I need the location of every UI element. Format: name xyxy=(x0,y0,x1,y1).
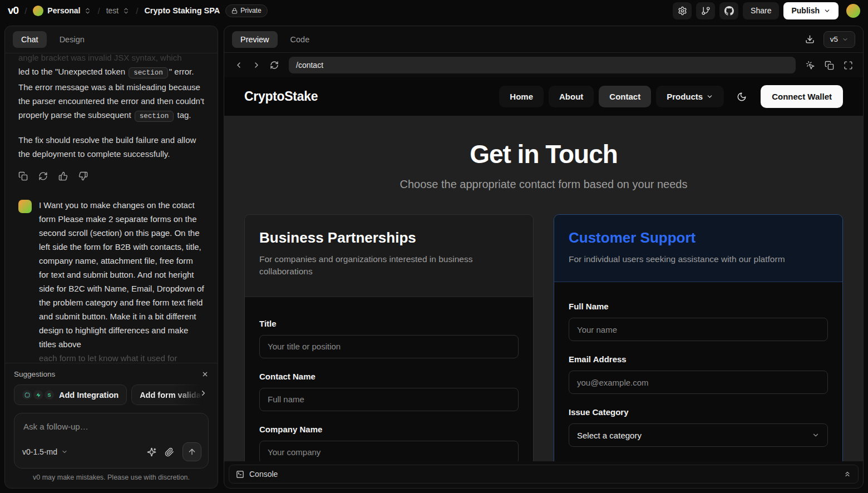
b2c-card-title: Customer Support xyxy=(569,229,828,247)
model-name: v0-1.5-md xyxy=(22,447,57,456)
version-label: v5 xyxy=(830,35,838,43)
nav-contact[interactable]: Contact xyxy=(599,86,651,107)
code-chip: section xyxy=(129,67,168,78)
contact-name-input[interactable] xyxy=(259,388,519,411)
tab-code[interactable]: Code xyxy=(282,31,318,48)
user-message-clipped: each form to let know what it used for xyxy=(39,351,204,363)
preview-tools xyxy=(802,61,856,70)
console-bar[interactable]: Console xyxy=(229,465,859,484)
category-select[interactable]: Select a category xyxy=(569,423,828,447)
project-name: test xyxy=(106,6,119,15)
thumbs-down-icon[interactable] xyxy=(78,171,88,181)
project-switcher[interactable]: test xyxy=(106,6,130,15)
url-input[interactable]: /contact xyxy=(289,57,796,73)
download-icon[interactable] xyxy=(803,32,817,46)
refresh-button[interactable] xyxy=(267,57,282,73)
thumbs-up-icon[interactable] xyxy=(58,171,68,181)
field-label: Your Message xyxy=(569,460,828,461)
version-selector[interactable]: v5 xyxy=(823,31,855,48)
sparkles-icon[interactable] xyxy=(147,447,156,457)
regenerate-icon[interactable] xyxy=(38,171,48,181)
theme-toggle[interactable] xyxy=(737,92,747,102)
user-avatar[interactable] xyxy=(846,4,860,18)
full-name-input[interactable] xyxy=(569,318,828,341)
privacy-label: Private xyxy=(240,7,261,14)
field-label: Full Name xyxy=(569,302,828,311)
bolt-icon xyxy=(33,390,43,400)
user-message-avatar xyxy=(18,200,32,213)
add-form-validation-chip[interactable]: Add form validation xyxy=(131,384,209,405)
send-button[interactable] xyxy=(183,442,201,461)
git-branch-button[interactable] xyxy=(696,2,715,19)
chip-label: Add Integration xyxy=(59,391,119,400)
field-label: Email Address xyxy=(569,354,828,364)
b2b-card-header: Business Partnerships For companies and … xyxy=(245,215,533,297)
b2b-card-subtitle: For companies and organizations interest… xyxy=(259,253,519,278)
inspect-cursor-icon[interactable] xyxy=(806,61,815,70)
breadcrumb-separator: / xyxy=(97,6,100,16)
main-layout: Chat Design angle bracket was invalid JS… xyxy=(0,21,868,493)
moon-icon xyxy=(737,92,747,102)
tab-chat[interactable]: Chat xyxy=(13,31,47,48)
nav-home[interactable]: Home xyxy=(499,86,544,107)
copy-icon[interactable] xyxy=(18,171,28,181)
share-label: Share xyxy=(751,6,771,15)
message-actions xyxy=(18,171,204,181)
forward-button[interactable] xyxy=(249,57,264,73)
share-button[interactable]: Share xyxy=(743,2,779,19)
composer: Ask a follow-up… v0-1.5-md xyxy=(14,413,209,469)
v0-logo[interactable]: v0 xyxy=(8,4,18,17)
title-input[interactable] xyxy=(259,335,519,358)
console-label: Console xyxy=(249,470,278,479)
chat-messages[interactable]: angle bracket was invalid JSX syntax, wh… xyxy=(5,53,218,363)
arrow-up-icon xyxy=(188,447,196,456)
followup-input[interactable]: Ask a follow-up… xyxy=(14,413,208,439)
hero-section: Get in Touch Choose the appropriate cont… xyxy=(224,116,863,191)
top-bar: v0 / Personal / test / Crypto Staking SP… xyxy=(0,0,868,21)
contact-forms: Business Partnerships For companies and … xyxy=(224,191,863,461)
add-integration-chip[interactable]: S Add Integration xyxy=(14,384,127,405)
duplicate-icon[interactable] xyxy=(825,61,834,70)
site-logo[interactable]: CryptoStake xyxy=(244,89,318,104)
lock-icon xyxy=(231,8,238,14)
settings-button[interactable] xyxy=(673,2,692,19)
field-label: Issue Category xyxy=(569,407,828,417)
tab-preview[interactable]: Preview xyxy=(232,31,278,48)
chevron-down-icon xyxy=(823,7,831,14)
suggestions-header: Suggestions xyxy=(14,370,209,378)
email-input[interactable] xyxy=(569,371,828,394)
field-title: Title xyxy=(259,319,519,358)
publish-label: Publish xyxy=(791,6,820,15)
field-issue-category: Issue Category Select a category xyxy=(569,407,828,447)
suggestions-label: Suggestions xyxy=(14,370,55,378)
chevrons-up-down-icon xyxy=(122,7,130,14)
breadcrumb-separator: / xyxy=(24,6,27,16)
assistant-paragraph: The fix should resolve the build failure… xyxy=(18,133,204,161)
breadcrumb-separator: / xyxy=(136,6,138,16)
publish-button[interactable]: Publish xyxy=(783,2,839,19)
assistant-paragraph: led to the "Unexpected token section" er… xyxy=(18,65,204,124)
connect-wallet-button[interactable]: Connect Wallet xyxy=(761,85,843,108)
github-button[interactable] xyxy=(719,2,738,19)
company-name-input[interactable] xyxy=(259,441,519,461)
team-avatar xyxy=(33,6,43,16)
composer-toolbar: v0-1.5-md xyxy=(14,439,208,468)
nav-products[interactable]: Products xyxy=(656,86,724,107)
team-switcher[interactable]: Personal xyxy=(33,6,91,16)
b2c-form-card: Customer Support For individual users se… xyxy=(554,214,843,461)
tab-design[interactable]: Design xyxy=(51,31,93,48)
chevron-right-icon[interactable] xyxy=(199,389,208,397)
field-label: Title xyxy=(259,319,519,328)
b2b-card-title: Business Partnerships xyxy=(259,229,519,247)
nav-about[interactable]: About xyxy=(549,86,594,107)
neon-icon xyxy=(22,390,32,400)
fullscreen-icon[interactable] xyxy=(844,61,853,70)
chat-tabs: Chat Design xyxy=(5,26,218,53)
paperclip-icon[interactable] xyxy=(165,447,174,457)
integration-icons: S xyxy=(22,390,54,400)
field-message: Your Message xyxy=(569,460,828,461)
back-button[interactable] xyxy=(231,57,246,73)
chevrons-up-icon[interactable] xyxy=(844,470,851,478)
close-icon[interactable] xyxy=(201,371,209,378)
model-selector[interactable]: v0-1.5-md xyxy=(22,447,68,456)
